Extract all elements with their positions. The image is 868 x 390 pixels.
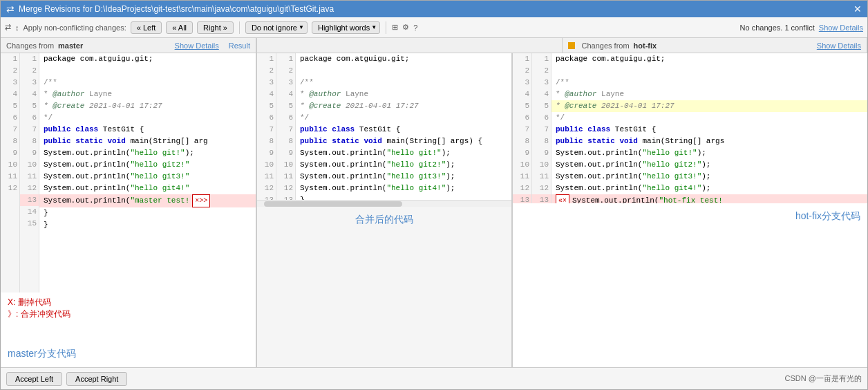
ignore-dropdown[interactable]: Do not ignore <box>245 21 308 34</box>
left-note2: 》: 合并冲突代码 <box>8 308 249 320</box>
watermark: CSDN @一亩是有光的 <box>785 373 862 384</box>
main-window: ⇄ Merge Revisions for D:\IdeaProjects\gi… <box>0 0 868 390</box>
accept-right-button[interactable]: Accept Right <box>66 372 127 386</box>
separator2 <box>386 21 386 34</box>
status-text: No changes. 1 conflict <box>740 24 815 32</box>
all-button[interactable]: « All <box>166 21 193 34</box>
left-note1: X: 删掉代码 <box>8 297 249 308</box>
left-ln1: 1 2 3 4 5 6 7 8 9 10 11 12 <box>1 53 20 292</box>
window-title: Merge Revisions for D:\IdeaProjects\git-… <box>19 4 334 14</box>
conflict-marker <box>568 42 575 49</box>
accept-left-button[interactable]: Accept Left <box>6 372 62 386</box>
middle-scrollbar[interactable] <box>257 200 511 207</box>
left-show-details[interactable]: Show Details <box>175 41 219 50</box>
content-area: 1 2 3 4 5 6 7 8 9 10 11 12 <box>1 53 867 367</box>
right-code-area: 1 2 3 4 5 6 7 8 9 10 11 12 13 14 15 16 <box>513 53 867 203</box>
middle-code-area: 1 2 3 4 5 6 7 8 9 10 11 12 13 14 <box>257 53 511 200</box>
right-code-content: package com.atguigu.git; /** * @author L… <box>551 53 867 203</box>
right-panel-header: Changes from hot-fix Show Details <box>562 38 868 53</box>
mid-ln1: 1 2 3 4 5 6 7 8 9 10 11 12 13 14 <box>257 53 276 200</box>
left-branch-name: master <box>58 41 83 50</box>
apply-label: Apply non-conflicting changes: <box>23 24 126 32</box>
right-panel: 1 2 3 4 5 6 7 8 9 10 11 12 13 14 15 16 <box>512 53 867 367</box>
toolbar: ⇄ ↕ Apply non-conflicting changes: « Lef… <box>1 17 867 38</box>
merge-icon2: ⇄ <box>5 23 11 32</box>
left-panel: 1 2 3 4 5 6 7 8 9 10 11 12 <box>1 53 256 367</box>
bottom-buttons: Accept Left Accept Right <box>6 372 127 386</box>
right-button[interactable]: Right » <box>197 21 234 34</box>
mid-ln2: 1 2 3 4 5 6 7 8 9 10 11 12 13 14 <box>276 53 296 200</box>
bottom-bar: Accept Left Accept Right CSDN @一亩是有光的 <box>1 367 867 389</box>
panels-header: Changes from master Show Details Result … <box>1 38 867 53</box>
help-icon[interactable]: ? <box>413 24 417 32</box>
separator1 <box>239 21 240 34</box>
arrows-icon: ↕ <box>15 24 19 32</box>
merge-icon: ⇄ <box>6 3 15 15</box>
left-ln2: 1 2 3 4 5 6 7 8 9 10 11 12 13 14 15 <box>20 53 39 292</box>
right-ln2: 1 2 3 4 5 6 7 8 9 10 11 12 13 14 <box>532 53 551 203</box>
left-result-tab[interactable]: Result <box>229 41 250 50</box>
right-ln1: 1 2 3 4 5 6 7 8 9 10 11 12 13 14 15 16 <box>513 53 532 203</box>
grid-icon: ⊞ <box>392 23 398 32</box>
right-branch-name: hot-fix <box>634 41 657 50</box>
title-bar: ⇄ Merge Revisions for D:\IdeaProjects\gi… <box>1 1 867 17</box>
close-button[interactable]: ✕ <box>853 3 862 15</box>
title-bar-left: ⇄ Merge Revisions for D:\IdeaProjects\gi… <box>6 3 334 15</box>
right-label: hot-fix分支代码 <box>513 203 867 367</box>
gear-icon[interactable]: ⚙ <box>402 23 409 32</box>
left-annotations: X: 删掉代码 》: 合并冲突代码 <box>1 292 256 341</box>
merge-right-btn[interactable]: ×>> <box>192 194 210 207</box>
left-label: master分支代码 <box>1 341 256 367</box>
middle-label: 合并后的代码 <box>257 207 511 367</box>
right-show-details[interactable]: Show Details <box>817 41 861 50</box>
left-button[interactable]: « Left <box>131 21 162 34</box>
middle-panel: 1 2 3 4 5 6 7 8 9 10 11 12 13 14 <box>256 53 512 367</box>
highlight-dropdown[interactable]: Highlight words <box>312 21 380 34</box>
left-header-label: Changes from <box>6 41 54 50</box>
right-header-label: Changes from <box>582 41 630 50</box>
merge-left-btn[interactable]: «× <box>556 194 569 203</box>
middle-panel-header <box>256 38 562 53</box>
show-details-right[interactable]: Show Details <box>819 24 863 32</box>
left-code-content: package com.atguigu.git; /** * @author L… <box>39 53 256 292</box>
left-panel-header: Changes from master Show Details Result <box>1 38 256 53</box>
left-code-area: 1 2 3 4 5 6 7 8 9 10 11 12 <box>1 53 256 292</box>
middle-code-content: package com.atguigu.git; /** * @author L… <box>296 53 511 200</box>
